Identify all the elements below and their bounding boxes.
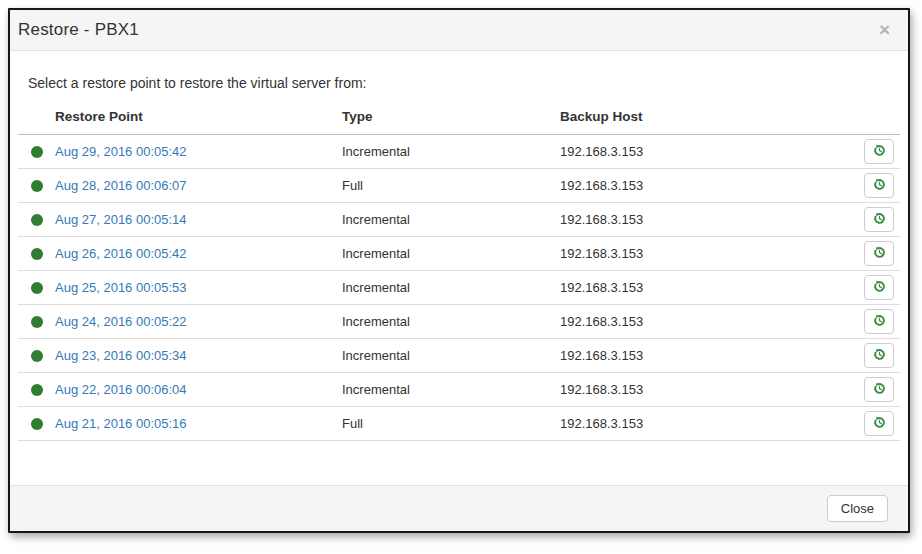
status-ok-dot-icon: [31, 350, 43, 362]
restore-point-cell: Aug 24, 2016 00:05:22: [55, 314, 342, 329]
type-cell: Full: [342, 416, 560, 431]
restore-point-cell: Aug 27, 2016 00:05:14: [55, 212, 342, 227]
status-cell: [18, 316, 55, 328]
column-header-backup-host: Backup Host: [560, 109, 844, 130]
action-cell: [844, 173, 900, 198]
status-cell: [18, 214, 55, 226]
restore-point-link[interactable]: Aug 25, 2016 00:05:53: [55, 280, 187, 295]
close-button[interactable]: Close: [827, 495, 888, 522]
backup-host-cell: 192.168.3.153: [560, 246, 844, 261]
column-header-restore-point: Restore Point: [55, 109, 342, 130]
table-row: Aug 29, 2016 00:05:42 Incremental 192.16…: [18, 135, 900, 169]
table-header-row: Restore Point Type Backup Host: [18, 105, 900, 135]
backup-host-cell: 192.168.3.153: [560, 382, 844, 397]
status-ok-dot-icon: [31, 384, 43, 396]
status-ok-dot-icon: [31, 418, 43, 430]
restore-point-link[interactable]: Aug 27, 2016 00:05:14: [55, 212, 187, 227]
table-row: Aug 21, 2016 00:05:16 Full 192.168.3.153: [18, 407, 900, 441]
type-cell: Incremental: [342, 246, 560, 261]
restore-point-cell: Aug 22, 2016 00:06:04: [55, 382, 342, 397]
status-cell: [18, 146, 55, 158]
table-row: Aug 26, 2016 00:05:42 Incremental 192.16…: [18, 237, 900, 271]
restore-point-cell: Aug 26, 2016 00:05:42: [55, 246, 342, 261]
restore-button[interactable]: [864, 411, 894, 436]
restore-point-link[interactable]: Aug 23, 2016 00:05:34: [55, 348, 187, 363]
action-column-header: [844, 117, 900, 123]
type-cell: Incremental: [342, 280, 560, 295]
restore-point-link[interactable]: Aug 21, 2016 00:05:16: [55, 416, 187, 431]
restore-point-cell: Aug 29, 2016 00:05:42: [55, 144, 342, 159]
backup-host-cell: 192.168.3.153: [560, 416, 844, 431]
type-cell: Incremental: [342, 382, 560, 397]
restore-history-icon: [873, 280, 886, 296]
restore-button[interactable]: [864, 207, 894, 232]
status-cell: [18, 350, 55, 362]
restore-point-cell: Aug 25, 2016 00:05:53: [55, 280, 342, 295]
restore-button[interactable]: [864, 241, 894, 266]
restore-point-cell: Aug 23, 2016 00:05:34: [55, 348, 342, 363]
restore-history-icon: [873, 212, 886, 228]
status-cell: [18, 180, 55, 192]
type-cell: Incremental: [342, 314, 560, 329]
restore-point-link[interactable]: Aug 28, 2016 00:06:07: [55, 178, 187, 193]
restore-dialog: Restore - PBX1 × Select a restore point …: [8, 8, 910, 533]
status-cell: [18, 384, 55, 396]
close-icon[interactable]: ×: [873, 23, 896, 37]
dialog-footer: Close: [10, 485, 908, 531]
status-ok-dot-icon: [31, 248, 43, 260]
restore-point-link[interactable]: Aug 22, 2016 00:06:04: [55, 382, 187, 397]
action-cell: [844, 309, 900, 334]
restore-history-icon: [873, 178, 886, 194]
restore-button[interactable]: [864, 343, 894, 368]
restore-point-link[interactable]: Aug 29, 2016 00:05:42: [55, 144, 187, 159]
status-cell: [18, 418, 55, 430]
backup-host-cell: 192.168.3.153: [560, 280, 844, 295]
action-cell: [844, 343, 900, 368]
restore-button[interactable]: [864, 173, 894, 198]
restore-history-icon: [873, 246, 886, 262]
status-column-header: [18, 117, 55, 123]
restore-history-icon: [873, 382, 886, 398]
restore-table-body: Aug 29, 2016 00:05:42 Incremental 192.16…: [18, 135, 900, 441]
status-ok-dot-icon: [31, 146, 43, 158]
status-ok-dot-icon: [31, 180, 43, 192]
backup-host-cell: 192.168.3.153: [560, 314, 844, 329]
table-row: Aug 27, 2016 00:05:14 Incremental 192.16…: [18, 203, 900, 237]
table-row: Aug 23, 2016 00:05:34 Incremental 192.16…: [18, 339, 900, 373]
action-cell: [844, 377, 900, 402]
restore-button[interactable]: [864, 275, 894, 300]
restore-point-link[interactable]: Aug 24, 2016 00:05:22: [55, 314, 187, 329]
table-row: Aug 25, 2016 00:05:53 Incremental 192.16…: [18, 271, 900, 305]
table-row: Aug 24, 2016 00:05:22 Incremental 192.16…: [18, 305, 900, 339]
type-cell: Full: [342, 178, 560, 193]
restore-history-icon: [873, 348, 886, 364]
restore-point-cell: Aug 28, 2016 00:06:07: [55, 178, 342, 193]
restore-point-cell: Aug 21, 2016 00:05:16: [55, 416, 342, 431]
restore-history-icon: [873, 314, 886, 330]
restore-history-icon: [873, 144, 886, 160]
column-header-type: Type: [342, 109, 560, 130]
action-cell: [844, 241, 900, 266]
status-cell: [18, 248, 55, 260]
restore-button[interactable]: [864, 377, 894, 402]
status-ok-dot-icon: [31, 316, 43, 328]
type-cell: Incremental: [342, 348, 560, 363]
table-row: Aug 22, 2016 00:06:04 Incremental 192.16…: [18, 373, 900, 407]
action-cell: [844, 275, 900, 300]
dialog-title: Restore - PBX1: [18, 20, 139, 40]
type-cell: Incremental: [342, 212, 560, 227]
restore-button[interactable]: [864, 309, 894, 334]
dialog-body: Select a restore point to restore the vi…: [10, 51, 908, 485]
restore-point-link[interactable]: Aug 26, 2016 00:05:42: [55, 246, 187, 261]
backup-host-cell: 192.168.3.153: [560, 178, 844, 193]
dialog-header: Restore - PBX1 ×: [10, 10, 908, 51]
intro-text: Select a restore point to restore the vi…: [28, 75, 898, 91]
restore-button[interactable]: [864, 139, 894, 164]
backup-host-cell: 192.168.3.153: [560, 144, 844, 159]
table-row: Aug 28, 2016 00:06:07 Full 192.168.3.153: [18, 169, 900, 203]
backup-host-cell: 192.168.3.153: [560, 348, 844, 363]
type-cell: Incremental: [342, 144, 560, 159]
restore-points-table: Restore Point Type Backup Host Aug 29, 2…: [18, 105, 900, 441]
status-cell: [18, 282, 55, 294]
status-ok-dot-icon: [31, 214, 43, 226]
